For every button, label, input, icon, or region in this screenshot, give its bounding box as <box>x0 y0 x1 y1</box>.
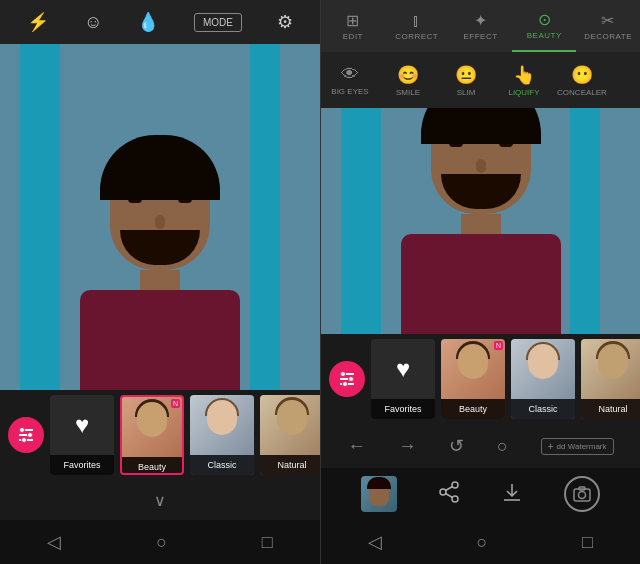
home-button-left[interactable]: ○ <box>156 532 167 553</box>
left-nav-bar: ◁ ○ □ <box>0 520 320 564</box>
tab-effect[interactable]: ✦ EFFECT <box>449 0 513 52</box>
svg-point-20 <box>578 492 585 499</box>
slim-icon: 😐 <box>455 64 477 86</box>
svg-point-9 <box>341 372 346 377</box>
right-filter-thumb-natural[interactable]: Natural <box>581 339 640 419</box>
left-photo-area <box>0 44 320 390</box>
sub-slim[interactable]: 😐 Slim <box>437 60 495 101</box>
beauty-sub-bar: 👁 BIG EYES 😊 SMILE 😐 Slim 👆 LIQUIFY 😶 CO… <box>321 52 640 108</box>
tab-beauty-label: BEAUTY <box>527 31 562 40</box>
right-filter-label-classic: Classic <box>511 399 575 419</box>
svg-line-15 <box>446 486 453 490</box>
watermark-button[interactable]: + dd Watermark <box>541 438 614 455</box>
filter-thumb-beauty[interactable]: N Beauty <box>120 395 184 475</box>
mode-button[interactable]: MODE <box>194 13 242 32</box>
right-filter-label-favorites: Favorites <box>371 399 435 419</box>
tab-decorate[interactable]: ✂ DECORATE <box>576 0 640 52</box>
face-icon[interactable]: ☺ <box>84 12 102 33</box>
filter-label-favorites: Favorites <box>50 455 114 475</box>
filter-label-natural: Natural <box>260 455 320 475</box>
right-controls-bar: ← → ↺ ○ + dd Watermark <box>321 424 640 468</box>
tab-edit[interactable]: ⊞ EDIT <box>321 0 385 52</box>
filter-thumb-classic[interactable]: Classic <box>190 395 254 475</box>
sub-liquify-label: LIQUIFY <box>508 88 539 97</box>
watermark-label: dd Watermark <box>557 442 607 451</box>
forward-arrow-button[interactable]: → <box>398 436 416 457</box>
right-action-bar <box>321 468 640 520</box>
sub-smile[interactable]: 😊 SMILE <box>379 60 437 101</box>
left-toolbar: ⚡ ☺ 💧 MODE ⚙ <box>0 0 320 44</box>
left-filter-strip: ♥ Favorites N Beauty Classic <box>0 390 320 480</box>
sub-smile-label: SMILE <box>396 88 420 97</box>
svg-point-4 <box>28 433 33 438</box>
right-nav-bar: ◁ ○ □ <box>321 520 640 564</box>
effect-icon: ✦ <box>474 11 488 30</box>
right-panel: ⊞ EDIT ⫿ CORRECT ✦ EFFECT ⊙ BEAUTY ✂ DEC… <box>320 0 640 564</box>
undo-icon[interactable]: ↺ <box>449 435 464 457</box>
smile-icon: 😊 <box>397 64 419 86</box>
left-panel: ⚡ ☺ 💧 MODE ⚙ <box>0 0 320 564</box>
liquify-icon: 👆 <box>513 64 535 86</box>
filter-menu-icon[interactable] <box>8 417 44 453</box>
recents-button-left[interactable]: □ <box>262 532 273 553</box>
svg-point-12 <box>452 482 458 488</box>
avatar-thumb <box>361 476 397 512</box>
right-filter-strip: ♥ Favorites N Beauty Classic <box>321 334 640 424</box>
right-filter-thumb-favorites[interactable]: ♥ Favorites <box>371 339 435 419</box>
camera-button[interactable] <box>564 476 600 512</box>
filter-thumb-favorites[interactable]: ♥ Favorites <box>50 395 114 475</box>
svg-point-14 <box>452 496 458 502</box>
sub-big-eyes-label: BIG EYES <box>331 87 368 96</box>
home-button-right[interactable]: ○ <box>477 532 488 553</box>
right-top-tabs: ⊞ EDIT ⫿ CORRECT ✦ EFFECT ⊙ BEAUTY ✂ DEC… <box>321 0 640 52</box>
right-filter-menu-icon[interactable] <box>329 361 365 397</box>
beauty-icon: ⊙ <box>538 10 552 29</box>
right-filter-thumb-beauty[interactable]: N Beauty <box>441 339 505 419</box>
sub-concealer-label: CONCEALER <box>557 88 607 97</box>
svg-point-13 <box>440 489 446 495</box>
sub-slim-label: Slim <box>457 88 476 97</box>
filter-label-beauty: Beauty <box>122 457 182 475</box>
chevron-down-icon: ∨ <box>154 491 166 510</box>
new-badge: N <box>171 399 180 408</box>
drop-icon[interactable]: 💧 <box>137 11 159 33</box>
tab-decorate-label: DECORATE <box>584 32 632 41</box>
back-button-left[interactable]: ◁ <box>47 531 61 553</box>
tab-correct-label: CORRECT <box>395 32 438 41</box>
concealer-icon: 😶 <box>571 64 593 86</box>
share-button[interactable] <box>438 481 460 508</box>
tab-beauty[interactable]: ⊙ BEAUTY <box>512 0 576 52</box>
tab-correct[interactable]: ⫿ CORRECT <box>385 0 449 52</box>
correct-icon: ⫿ <box>412 12 421 30</box>
sub-liquify[interactable]: 👆 LIQUIFY <box>495 60 553 101</box>
tab-effect-label: EFFECT <box>463 32 497 41</box>
svg-point-5 <box>22 438 27 443</box>
svg-line-16 <box>446 493 453 497</box>
decorate-icon: ✂ <box>601 11 615 30</box>
filter-label-classic: Classic <box>190 455 254 475</box>
right-photo-area <box>321 108 640 334</box>
face <box>110 150 210 270</box>
download-button[interactable] <box>501 481 523 508</box>
back-arrow-button[interactable]: ← <box>347 436 365 457</box>
person-left <box>80 150 240 390</box>
filter-thumb-natural[interactable]: Natural <box>260 395 320 475</box>
sub-big-eyes[interactable]: 👁 BIG EYES <box>321 60 379 100</box>
svg-point-3 <box>20 428 25 433</box>
edit-icon: ⊞ <box>346 11 360 30</box>
big-eyes-icon: 👁 <box>341 64 359 85</box>
settings-icon[interactable]: ⚙ <box>277 11 293 33</box>
sub-concealer[interactable]: 😶 CONCEALER <box>553 60 611 101</box>
recents-button-right[interactable]: □ <box>582 532 593 553</box>
svg-point-10 <box>349 377 354 382</box>
right-filter-thumb-classic[interactable]: Classic <box>511 339 575 419</box>
circle-icon[interactable]: ○ <box>497 436 508 457</box>
left-bottom-bar[interactable]: ∨ <box>0 480 320 520</box>
face-right <box>431 108 531 214</box>
flash-icon[interactable]: ⚡ <box>27 11 49 33</box>
person-right <box>401 108 561 334</box>
tab-edit-label: EDIT <box>343 32 363 41</box>
right-filter-label-natural: Natural <box>581 399 640 419</box>
back-button-right[interactable]: ◁ <box>368 531 382 553</box>
right-new-badge: N <box>494 341 503 350</box>
